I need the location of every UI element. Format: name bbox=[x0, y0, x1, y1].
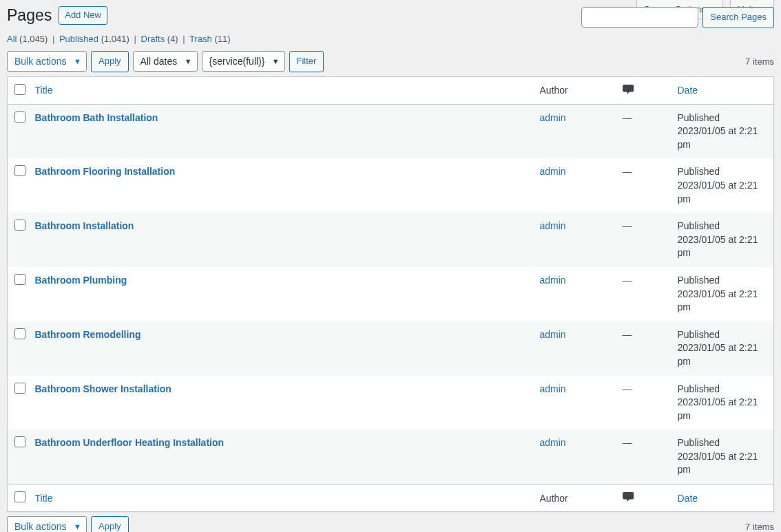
row-title-link[interactable]: Bathroom Underfloor Heating Installation bbox=[35, 437, 225, 448]
filter-trash-link[interactable]: Trash bbox=[189, 34, 212, 44]
row-date: 2023/01/05 at 2:21 pm bbox=[678, 341, 767, 368]
filter-all-count: (1,045) bbox=[19, 34, 48, 44]
row-date: 2023/01/05 at 2:21 pm bbox=[678, 179, 767, 206]
table-row: Bathroom Underfloor Heating Installation… bbox=[8, 429, 774, 484]
row-author-link[interactable]: admin bbox=[540, 275, 566, 286]
row-checkbox[interactable] bbox=[14, 383, 25, 394]
filter-button[interactable]: Filter bbox=[289, 51, 324, 72]
filter-drafts-link[interactable]: Drafts bbox=[141, 34, 165, 44]
comment-icon bbox=[623, 84, 635, 95]
row-checkbox[interactable] bbox=[14, 274, 25, 285]
service-filter-select-wrap: {service(full)} ▼ bbox=[202, 51, 285, 72]
row-status: Published bbox=[678, 165, 767, 179]
row-author-link[interactable]: admin bbox=[540, 166, 566, 177]
filter-published-link[interactable]: Published bbox=[59, 34, 98, 44]
row-status: Published bbox=[678, 111, 767, 125]
row-comments-value: — bbox=[623, 383, 632, 394]
row-date: 2023/01/05 at 2:21 pm bbox=[678, 288, 767, 315]
row-checkbox[interactable] bbox=[14, 165, 25, 176]
row-comments-value: — bbox=[623, 275, 632, 286]
comment-icon bbox=[623, 491, 635, 502]
row-date: 2023/01/05 at 2:21 pm bbox=[678, 450, 767, 477]
row-date: 2023/01/05 at 2:21 pm bbox=[678, 125, 767, 151]
column-author-header: Author bbox=[533, 76, 616, 104]
row-date: 2023/01/05 at 2:21 pm bbox=[678, 396, 767, 423]
column-title-footer[interactable]: Title bbox=[28, 485, 533, 512]
column-author-footer: Author bbox=[533, 485, 616, 512]
row-status: Published bbox=[678, 436, 767, 450]
select-all-top-checkbox[interactable] bbox=[14, 84, 25, 95]
table-row: Bathroom Remodellingadmin—Published2023/… bbox=[8, 321, 774, 376]
page-title: Pages bbox=[7, 6, 52, 25]
items-count-top: 7 items bbox=[745, 56, 774, 67]
date-filter-select-wrap: All dates ▼ bbox=[133, 51, 198, 72]
column-title-header[interactable]: Title bbox=[28, 76, 533, 104]
filter-trash-count: (11) bbox=[214, 34, 230, 44]
row-status: Published bbox=[678, 328, 767, 342]
row-title-link[interactable]: Bathroom Remodelling bbox=[35, 329, 141, 340]
table-row: Bathroom Bath Installationadmin—Publishe… bbox=[8, 104, 774, 158]
search-pages-button[interactable]: Search Pages bbox=[702, 7, 774, 28]
row-title-link[interactable]: Bathroom Plumbing bbox=[35, 275, 127, 286]
table-row: Bathroom Plumbingadmin—Published2023/01/… bbox=[8, 267, 774, 321]
table-row: Bathroom Shower Installationadmin—Publis… bbox=[8, 376, 774, 430]
row-title-link[interactable]: Bathroom Shower Installation bbox=[35, 383, 171, 394]
row-checkbox[interactable] bbox=[14, 111, 25, 123]
filter-drafts-count: (4) bbox=[167, 34, 178, 44]
column-date-header[interactable]: Date bbox=[671, 76, 774, 104]
row-comments-value: — bbox=[623, 112, 632, 123]
row-author-link[interactable]: admin bbox=[540, 437, 566, 448]
row-comments-value: — bbox=[623, 437, 632, 448]
search-input[interactable] bbox=[581, 7, 698, 28]
row-title-link[interactable]: Bathroom Flooring Installation bbox=[35, 166, 176, 177]
status-filter-links: All (1,045) | Published (1,041) | Drafts… bbox=[7, 34, 774, 44]
row-comments-value: — bbox=[623, 166, 632, 177]
select-all-bottom-checkbox[interactable] bbox=[14, 491, 25, 502]
bulk-actions-select-bottom[interactable]: Bulk actions bbox=[7, 516, 87, 532]
service-filter-select[interactable]: {service(full)} bbox=[202, 51, 285, 72]
row-title-link[interactable]: Bathroom Installation bbox=[35, 220, 134, 231]
row-author-link[interactable]: admin bbox=[540, 112, 566, 123]
date-filter-select[interactable]: All dates bbox=[133, 51, 198, 72]
filter-published-count: (1,041) bbox=[101, 34, 129, 44]
apply-bulk-button-bottom[interactable]: Apply bbox=[91, 516, 129, 532]
column-date-footer[interactable]: Date bbox=[671, 485, 774, 512]
row-checkbox[interactable] bbox=[14, 328, 25, 339]
row-status: Published bbox=[678, 220, 767, 233]
row-author-link[interactable]: admin bbox=[540, 329, 566, 340]
filter-all-link[interactable]: All bbox=[7, 34, 17, 44]
bulk-actions-select-wrap: Bulk actions ▼ bbox=[7, 51, 87, 72]
table-row: Bathroom Flooring Installationadmin—Publ… bbox=[8, 158, 774, 213]
row-status: Published bbox=[678, 274, 767, 288]
column-comments-footer bbox=[616, 485, 671, 512]
row-comments-value: — bbox=[623, 220, 632, 231]
table-row: Bathroom Installationadmin—Published2023… bbox=[8, 213, 774, 267]
row-date: 2023/01/05 at 2:21 pm bbox=[678, 233, 767, 260]
bulk-actions-select-wrap-bottom: Bulk actions ▼ bbox=[7, 516, 87, 532]
row-comments-value: — bbox=[623, 329, 632, 340]
items-count-bottom: 7 items bbox=[745, 522, 774, 532]
row-checkbox[interactable] bbox=[14, 436, 25, 447]
column-comments-header bbox=[616, 76, 671, 104]
apply-bulk-button[interactable]: Apply bbox=[91, 51, 129, 72]
row-checkbox[interactable] bbox=[14, 220, 25, 231]
row-author-link[interactable]: admin bbox=[540, 383, 566, 394]
pages-table: Title Author Date Bathroom Bath Installa… bbox=[7, 76, 774, 512]
row-title-link[interactable]: Bathroom Bath Installation bbox=[35, 112, 158, 123]
bulk-actions-select[interactable]: Bulk actions bbox=[7, 51, 87, 72]
add-new-button[interactable]: Add New bbox=[59, 6, 107, 25]
row-status: Published bbox=[678, 383, 767, 396]
row-author-link[interactable]: admin bbox=[540, 220, 566, 231]
